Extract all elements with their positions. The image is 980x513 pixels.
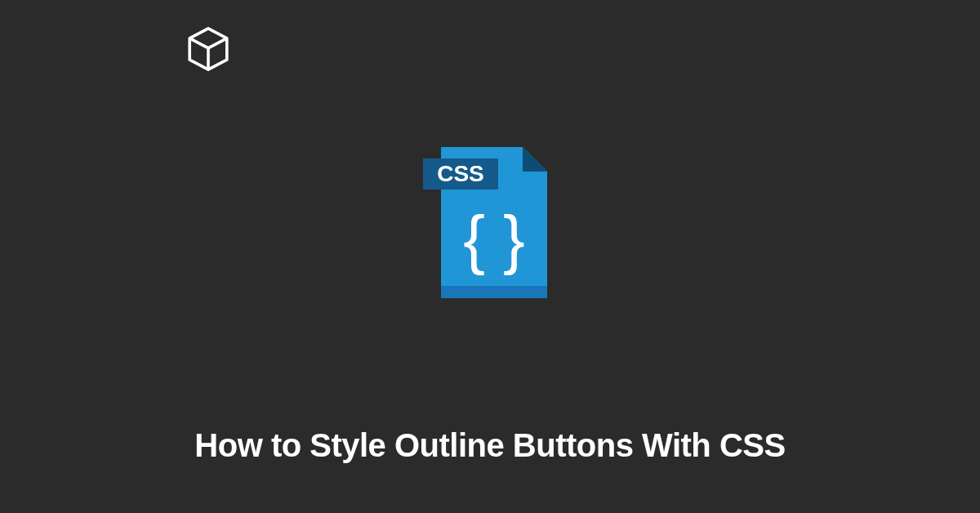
svg-text:{ }: { } bbox=[463, 203, 525, 275]
css-file-icon: CSS { } bbox=[416, 139, 564, 302]
file-label-text: CSS bbox=[437, 161, 484, 186]
cube-logo-icon bbox=[184, 25, 233, 74]
svg-rect-2 bbox=[441, 286, 547, 298]
page-title: How to Style Outline Buttons With CSS bbox=[0, 427, 980, 464]
